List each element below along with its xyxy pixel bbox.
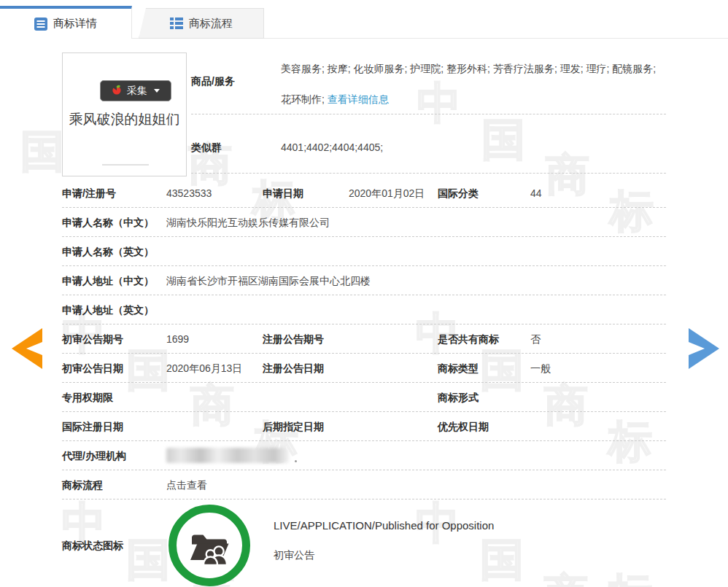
table-row: 初审公告期号1699注册公告期号是否共有商标否 bbox=[62, 324, 666, 354]
table-row: 专用权期限商标形式 bbox=[62, 383, 666, 412]
table-row: 申请/注册号43523533申请日期2020年01月02日国际分类44 bbox=[62, 179, 666, 208]
tab-label: 商标流程 bbox=[189, 17, 233, 31]
field-label: 申请人名称（中文） bbox=[62, 217, 154, 230]
next-arrow-button[interactable] bbox=[689, 328, 719, 372]
tab-trademark-flow[interactable]: 商标流程 bbox=[139, 8, 264, 39]
field-label: 初审公告日期 bbox=[62, 362, 123, 376]
field-value: 44 bbox=[530, 187, 542, 199]
view-details-link[interactable]: 查看详细信息 bbox=[328, 93, 389, 105]
table-row: 初审公告日期2020年06月13日注册公告日期商标类型一般 bbox=[62, 354, 666, 383]
watermark-glyph: 国 bbox=[481, 118, 525, 162]
watermark-glyph: 中 bbox=[417, 82, 461, 125]
status-text-en: LIVE/APPLICATION/Published for Oppositio… bbox=[274, 519, 494, 532]
trademark-image-underline bbox=[102, 164, 149, 166]
table-row: 申请人名称（英文） bbox=[62, 237, 666, 266]
document-icon bbox=[34, 18, 47, 31]
table-row: 国际注册日期后期指定日期优先权日期 bbox=[62, 412, 666, 441]
table-row: 商标状态图标 LIVE/APPLICATION/Published for Op… bbox=[62, 499, 666, 587]
redacted-value bbox=[166, 448, 289, 463]
field-value: 湖南快乐阳光互动娱乐传媒有限公司 bbox=[166, 217, 330, 230]
field-label: 国际分类 bbox=[438, 187, 479, 201]
field-value: 43523533 bbox=[166, 187, 212, 199]
chevron-down-icon[interactable] bbox=[154, 89, 160, 93]
field-label: 申请人名称（英文） bbox=[62, 246, 154, 259]
collect-button-label: 采集 bbox=[127, 85, 147, 98]
field-label: 商标流程 bbox=[62, 479, 103, 492]
field-label: 是否共有商标 bbox=[438, 333, 499, 346]
similar-group-value: 4401;4402;4404;4405; bbox=[281, 141, 383, 153]
click-to-view-link[interactable]: 点击查看 bbox=[166, 479, 207, 492]
table-row: 申请人地址（中文）湖南省长沙市开福区湖南国际会展中心北四楼 bbox=[62, 266, 666, 295]
watermark-glyph: 国 bbox=[20, 130, 64, 174]
field-label: 申请人地址（中文） bbox=[62, 275, 154, 288]
field-value: 湖南省长沙市开福区湖南国际会展中心北四楼 bbox=[166, 275, 371, 288]
field-label: 代理/办理机构 bbox=[62, 450, 126, 463]
field-label: 申请/注册号 bbox=[62, 187, 116, 201]
tab-label: 商标详情 bbox=[53, 17, 97, 31]
field-label: 专用权期限 bbox=[62, 392, 113, 405]
field-value: 一般 bbox=[530, 362, 551, 376]
previous-arrow-button[interactable] bbox=[12, 328, 42, 372]
field-label: 商标状态图标 bbox=[62, 540, 123, 553]
field-label: 商标形式 bbox=[438, 392, 479, 405]
field-label: 注册公告期号 bbox=[263, 333, 324, 346]
status-folder-icon bbox=[169, 505, 250, 586]
redacted-dot bbox=[295, 460, 297, 462]
trademark-image: 采集 乘风破浪的姐姐们 bbox=[62, 53, 187, 176]
table-row: 申请人名称（中文）湖南快乐阳光互动娱乐传媒有限公司 bbox=[62, 208, 666, 237]
detail-rows: 申请/注册号43523533申请日期2020年01月02日国际分类44申请人名称… bbox=[62, 179, 666, 499]
similar-group-label: 类似群 bbox=[191, 141, 222, 155]
collect-tool-icon bbox=[112, 85, 122, 97]
goods-services-line2-text: 花环制作; bbox=[281, 93, 328, 105]
table-row: 商标流程点击查看 bbox=[62, 470, 666, 499]
field-label: 初审公告期号 bbox=[62, 333, 123, 346]
field-label: 国际注册日期 bbox=[62, 421, 123, 434]
field-value: 否 bbox=[530, 333, 541, 346]
field-label: 后期指定日期 bbox=[263, 421, 324, 434]
trademark-name: 乘风破浪的姐姐们 bbox=[63, 110, 186, 129]
list-icon bbox=[170, 17, 183, 30]
field-label: 申请日期 bbox=[263, 187, 303, 201]
field-value: 1699 bbox=[166, 333, 189, 345]
field-label: 商标类型 bbox=[438, 362, 479, 376]
field-label: 注册公告日期 bbox=[263, 362, 324, 376]
field-value: 2020年06月13日 bbox=[166, 362, 242, 376]
separator bbox=[191, 173, 666, 174]
field-label: 优先权日期 bbox=[438, 421, 489, 434]
table-row: 代理/办理机构 bbox=[62, 441, 666, 470]
table-row: 申请人地址（英文） bbox=[62, 295, 666, 324]
goods-services-line1: 美容服务; 按摩; 化妆师服务; 护理院; 整形外科; 芳香疗法服务; 理发; … bbox=[281, 63, 656, 76]
status-text-cn: 初审公告 bbox=[274, 549, 314, 562]
trademark-detail-table: 申请/注册号43523533申请日期2020年01月02日国际分类44申请人名称… bbox=[62, 179, 666, 587]
tab-trademark-details[interactable]: 商标详情 bbox=[0, 6, 132, 39]
field-value: 2020年01月02日 bbox=[349, 187, 425, 201]
goods-services-line2: 花环制作; 查看详细信息 bbox=[281, 93, 389, 106]
separator bbox=[191, 114, 666, 114]
collect-button[interactable]: 采集 bbox=[100, 80, 171, 101]
field-label: 申请人地址（英文） bbox=[62, 304, 154, 317]
goods-services-label: 商品/服务 bbox=[191, 75, 235, 88]
